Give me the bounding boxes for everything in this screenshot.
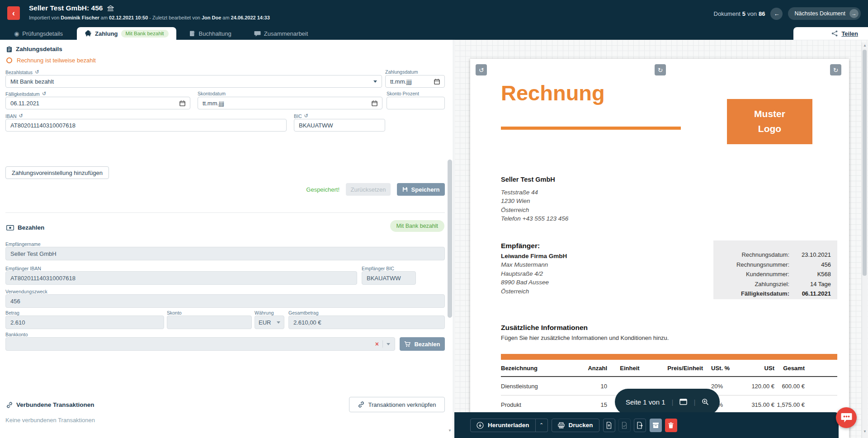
skontodatum-input[interactable]: tt.mm.jjjj xyxy=(198,97,382,109)
viewer-toolbar: Herunterladen ⌃ Drucken xyxy=(454,412,839,438)
archive-button[interactable] xyxy=(650,419,662,432)
back-button[interactable]: ‹ xyxy=(7,6,20,20)
history-icon: ↺ xyxy=(42,91,46,97)
tab-pruefungsdetails[interactable]: ◉ Prüfungsdetails xyxy=(6,27,71,40)
table-header-row: Bezeichnung Anzahl Einheit Preis/Einheit… xyxy=(501,360,837,377)
document-counter: Dokument 5 von 86 xyxy=(714,10,765,17)
invoice-title: Rechnung xyxy=(501,80,605,105)
faelligkeitsdatum-input[interactable]: 06.11.2021 xyxy=(5,97,190,109)
bankkonto-select[interactable]: × xyxy=(5,337,395,351)
file-up-icon xyxy=(606,422,612,429)
previous-document-button[interactable]: ← xyxy=(770,8,783,20)
orange-rule xyxy=(501,127,681,130)
additional-info-heading: Zusätzliche Informationen xyxy=(501,324,588,332)
zahlungsdatum-input[interactable]: tt.mm.jjjj xyxy=(385,75,445,88)
sender-address-block: Seller Test GmbH Teststraße 44 1230 Wien… xyxy=(501,175,568,223)
bezahlstatus-select[interactable]: Mit Bank bezahlt xyxy=(5,75,382,88)
rotate-cw-button[interactable]: ↻ xyxy=(830,64,841,75)
saved-message: Gespeichert! xyxy=(306,186,340,193)
tab-zusammenarbeit[interactable]: Zusammenarbeit xyxy=(246,27,316,40)
viewer-scrollbar-thumb[interactable] xyxy=(863,50,867,276)
delete-button[interactable] xyxy=(665,419,677,432)
doc-current: 5 xyxy=(742,10,745,17)
history-icon: ↺ xyxy=(304,113,308,119)
archive-icon xyxy=(652,422,659,429)
skontodatum-label: Skontodatum xyxy=(198,91,226,96)
chat-icon xyxy=(254,31,261,37)
next-document-button[interactable]: Nächstes Dokument → xyxy=(788,7,861,20)
chevron-down-icon[interactable] xyxy=(387,343,390,345)
file-export-icon xyxy=(637,422,643,429)
save-button[interactable]: Speichern xyxy=(397,183,445,196)
ledger-icon xyxy=(189,30,196,37)
page-indicator-pill: Seite 1 von 1 | | xyxy=(615,389,720,415)
tab-status-badge: Mit Bank bezahlt xyxy=(121,30,169,38)
calendar-icon[interactable] xyxy=(434,79,440,85)
link-transactions-button[interactable]: Transaktionen verknüpfen xyxy=(349,397,445,412)
link-icon xyxy=(6,402,13,408)
additional-info-text: Fügen Sie hier zusätzliche Informationen… xyxy=(501,334,669,341)
share-icon xyxy=(831,30,838,37)
fit-window-icon[interactable] xyxy=(679,399,687,405)
scroll-down-arrow-icon[interactable]: ▼ xyxy=(863,429,867,433)
calendar-icon[interactable] xyxy=(179,100,185,106)
invoice-meta-box: Rechnungsdatum: 23.10.2021 Rechnungsnumm… xyxy=(713,240,837,299)
refresh-button[interactable]: ↻ xyxy=(655,64,666,75)
bic-input[interactable]: BKAUATWW xyxy=(294,119,385,132)
history-icon: ↺ xyxy=(35,69,39,75)
left-scrollbar-thumb[interactable] xyxy=(448,160,452,318)
download-options-button[interactable]: ⌃ xyxy=(536,419,548,432)
page-indicator: Seite 1 von 1 xyxy=(626,398,665,406)
verwendungszweck-label: Verwendungszweck xyxy=(5,289,47,294)
piggy-bank-icon xyxy=(85,30,92,37)
history-icon: ↺ xyxy=(19,113,23,119)
empfaenger-iban-input: AT802011140310007618 xyxy=(5,271,357,285)
replace-file-button[interactable] xyxy=(603,419,615,432)
arrow-right-icon: → xyxy=(849,9,859,18)
edit-date: 24.06.2022 14:33 xyxy=(231,15,270,20)
add-payment-preset-button[interactable]: Zahlungsvoreinstellung hinzufügen xyxy=(5,166,109,179)
editor-name: Jon Doe xyxy=(202,15,221,20)
eye-icon: ◉ xyxy=(14,30,19,37)
zoom-in-icon[interactable] xyxy=(702,398,709,405)
iban-input[interactable]: AT802011140310007618 xyxy=(5,119,287,132)
import-date: 02.12.2021 10:50 xyxy=(109,15,148,20)
faelligkeitsdatum-label: Fälligkeitsdatum xyxy=(5,91,40,97)
pay-button[interactable]: Bezahlen xyxy=(400,337,445,351)
scroll-down-arrow-icon[interactable]: ▼ xyxy=(448,429,452,433)
calendar-icon[interactable] xyxy=(372,100,377,106)
status-circle-icon xyxy=(6,57,12,63)
export-file-button[interactable] xyxy=(634,419,646,432)
support-chat-button[interactable] xyxy=(836,407,857,428)
tab-zahlung[interactable]: Zahlung Mit Bank bezahlt xyxy=(77,27,176,40)
download-button[interactable]: Herunterladen xyxy=(470,419,536,432)
invoice-page: Rechnung Muster Logo Seller Test GmbH Te… xyxy=(470,59,849,438)
section-title-bezahlen: Bezahlen xyxy=(18,224,44,231)
trash-icon xyxy=(668,422,674,429)
reset-button[interactable]: Zurücksetzen xyxy=(346,183,391,196)
tab-buchhaltung[interactable]: Buchhaltung xyxy=(182,27,239,40)
waehrung-label: Währung xyxy=(255,310,274,316)
table-accent-bar xyxy=(501,354,837,360)
skonto-input xyxy=(167,316,252,329)
cart-icon xyxy=(404,341,410,347)
gesamtbetrag-input: 2.610,00 € xyxy=(288,316,445,329)
clear-x-icon[interactable]: × xyxy=(375,340,379,348)
scroll-up-arrow-icon[interactable]: ▲ xyxy=(863,43,867,47)
print-button[interactable]: Drucken xyxy=(552,419,599,432)
divider xyxy=(382,340,383,348)
arrow-left-icon: ← xyxy=(774,10,779,17)
link-icon xyxy=(358,401,364,408)
paid-status-badge: Mit Bank bezahlt xyxy=(390,220,444,232)
top-header: ‹ Seller Test GmbH: 456 Importiert von D… xyxy=(0,0,868,27)
share-link[interactable]: Teilen xyxy=(841,30,858,37)
skonto-prozent-input[interactable] xyxy=(387,97,445,109)
waehrung-select: EUR xyxy=(255,316,284,329)
verwendungszweck-input: 456 xyxy=(5,294,445,308)
empfaenger-iban-label: Empfänger IBAN xyxy=(5,266,41,271)
importer-name: Dominik Fischer xyxy=(61,15,99,20)
skonto-prozent-label: Skonto Prozent xyxy=(387,91,419,96)
rotate-ccw-button[interactable]: ↺ xyxy=(476,64,487,75)
payment-panel: Zahlungsdetails Rechnung ist teilweise b… xyxy=(0,40,453,438)
page-title: Seller Test GmbH: 456 xyxy=(29,4,103,12)
